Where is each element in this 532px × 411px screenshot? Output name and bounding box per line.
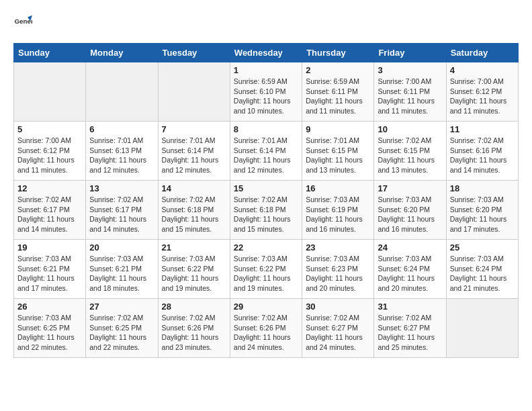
calendar-cell: 17Sunrise: 7:03 AMSunset: 6:20 PMDayligh… [374, 181, 446, 240]
calendar-cell: 24Sunrise: 7:03 AMSunset: 6:24 PMDayligh… [374, 240, 446, 299]
day-info: Sunrise: 7:02 AMSunset: 6:25 PMDaylight:… [89, 313, 154, 353]
calendar-cell: 28Sunrise: 7:02 AMSunset: 6:26 PMDayligh… [158, 299, 230, 358]
day-info: Sunrise: 7:01 AMSunset: 6:14 PMDaylight:… [234, 136, 298, 175]
calendar-cell: 20Sunrise: 7:03 AMSunset: 6:21 PMDayligh… [86, 240, 158, 299]
calendar-cell: 3Sunrise: 7:00 AMSunset: 6:11 PMDaylight… [374, 62, 446, 122]
day-info: Sunrise: 6:59 AMSunset: 6:11 PMDaylight:… [306, 77, 370, 116]
page-header: General [13, 13, 519, 32]
calendar-cell: 15Sunrise: 7:02 AMSunset: 6:18 PMDayligh… [230, 181, 302, 240]
day-number: 7 [162, 124, 226, 134]
calendar-table: SundayMondayTuesdayWednesdayThursdayFrid… [13, 43, 519, 358]
calendar-week-row: 26Sunrise: 7:03 AMSunset: 6:25 PMDayligh… [14, 299, 519, 358]
calendar-cell: 11Sunrise: 7:02 AMSunset: 6:16 PMDayligh… [446, 122, 518, 181]
calendar-cell: 29Sunrise: 7:02 AMSunset: 6:26 PMDayligh… [230, 299, 302, 358]
calendar-cell: 5Sunrise: 7:00 AMSunset: 6:12 PMDaylight… [14, 122, 86, 181]
weekday-header: Thursday [302, 44, 374, 62]
calendar-cell: 18Sunrise: 7:03 AMSunset: 6:20 PMDayligh… [446, 181, 518, 240]
calendar-week-row: 5Sunrise: 7:00 AMSunset: 6:12 PMDaylight… [14, 122, 519, 181]
day-info: Sunrise: 7:03 AMSunset: 6:20 PMDaylight:… [378, 195, 442, 234]
day-number: 16 [306, 183, 370, 193]
day-info: Sunrise: 7:03 AMSunset: 6:20 PMDaylight:… [450, 195, 515, 234]
day-number: 20 [89, 242, 154, 253]
calendar-cell: 23Sunrise: 7:03 AMSunset: 6:23 PMDayligh… [302, 240, 374, 299]
day-number: 23 [306, 242, 370, 253]
day-number: 13 [89, 183, 154, 193]
calendar-cell: 27Sunrise: 7:02 AMSunset: 6:25 PMDayligh… [86, 299, 158, 358]
calendar-cell [14, 62, 86, 122]
day-number: 30 [306, 302, 370, 312]
calendar-cell: 13Sunrise: 7:02 AMSunset: 6:17 PMDayligh… [86, 181, 158, 240]
day-number: 22 [234, 242, 298, 253]
calendar-cell: 21Sunrise: 7:03 AMSunset: 6:22 PMDayligh… [158, 240, 230, 299]
day-number: 9 [306, 124, 370, 134]
day-info: Sunrise: 7:03 AMSunset: 6:25 PMDaylight:… [17, 313, 82, 353]
calendar-cell: 14Sunrise: 7:02 AMSunset: 6:18 PMDayligh… [158, 181, 230, 240]
day-info: Sunrise: 7:01 AMSunset: 6:14 PMDaylight:… [162, 136, 226, 175]
day-info: Sunrise: 7:02 AMSunset: 6:26 PMDaylight:… [162, 313, 226, 353]
day-number: 18 [450, 183, 515, 193]
day-info: Sunrise: 7:02 AMSunset: 6:18 PMDaylight:… [162, 195, 226, 234]
day-info: Sunrise: 7:03 AMSunset: 6:24 PMDaylight:… [450, 254, 515, 293]
day-info: Sunrise: 7:03 AMSunset: 6:21 PMDaylight:… [89, 254, 154, 293]
day-info: Sunrise: 7:03 AMSunset: 6:23 PMDaylight:… [306, 254, 370, 293]
day-info: Sunrise: 7:00 AMSunset: 6:11 PMDaylight:… [378, 77, 442, 116]
calendar-cell: 26Sunrise: 7:03 AMSunset: 6:25 PMDayligh… [14, 299, 86, 358]
day-info: Sunrise: 7:01 AMSunset: 6:13 PMDaylight:… [89, 136, 154, 175]
day-info: Sunrise: 7:03 AMSunset: 6:24 PMDaylight:… [378, 254, 442, 293]
day-number: 24 [378, 242, 442, 253]
day-number: 3 [378, 65, 442, 75]
day-info: Sunrise: 7:02 AMSunset: 6:15 PMDaylight:… [378, 136, 442, 175]
day-info: Sunrise: 7:02 AMSunset: 6:27 PMDaylight:… [306, 313, 370, 353]
calendar-cell [158, 62, 230, 122]
day-info: Sunrise: 7:02 AMSunset: 6:17 PMDaylight:… [89, 195, 154, 234]
day-number: 25 [450, 242, 515, 253]
day-number: 27 [89, 302, 154, 312]
calendar-cell: 2Sunrise: 6:59 AMSunset: 6:11 PMDaylight… [302, 62, 374, 122]
calendar-cell: 16Sunrise: 7:03 AMSunset: 6:19 PMDayligh… [302, 181, 374, 240]
calendar-cell: 9Sunrise: 7:01 AMSunset: 6:15 PMDaylight… [302, 122, 374, 181]
calendar-cell: 7Sunrise: 7:01 AMSunset: 6:14 PMDaylight… [158, 122, 230, 181]
day-info: Sunrise: 7:03 AMSunset: 6:21 PMDaylight:… [17, 254, 82, 293]
calendar-week-row: 12Sunrise: 7:02 AMSunset: 6:17 PMDayligh… [14, 181, 519, 240]
calendar-week-row: 1Sunrise: 6:59 AMSunset: 6:10 PMDaylight… [14, 62, 519, 122]
day-info: Sunrise: 7:02 AMSunset: 6:16 PMDaylight:… [450, 136, 515, 175]
day-number: 5 [17, 124, 82, 134]
calendar-week-row: 19Sunrise: 7:03 AMSunset: 6:21 PMDayligh… [14, 240, 519, 299]
day-number: 10 [378, 124, 442, 134]
day-info: Sunrise: 7:03 AMSunset: 6:22 PMDaylight:… [162, 254, 226, 293]
calendar-cell: 30Sunrise: 7:02 AMSunset: 6:27 PMDayligh… [302, 299, 374, 358]
day-number: 29 [234, 302, 298, 312]
day-number: 28 [162, 302, 226, 312]
weekday-row: SundayMondayTuesdayWednesdayThursdayFrid… [14, 44, 519, 62]
calendar-cell: 19Sunrise: 7:03 AMSunset: 6:21 PMDayligh… [14, 240, 86, 299]
day-info: Sunrise: 6:59 AMSunset: 6:10 PMDaylight:… [234, 77, 298, 116]
logo: General [13, 13, 35, 32]
day-info: Sunrise: 7:02 AMSunset: 6:27 PMDaylight:… [378, 313, 442, 353]
day-info: Sunrise: 7:01 AMSunset: 6:15 PMDaylight:… [306, 136, 370, 175]
day-number: 11 [450, 124, 515, 134]
day-number: 6 [89, 124, 154, 134]
day-info: Sunrise: 7:00 AMSunset: 6:12 PMDaylight:… [450, 77, 515, 116]
day-number: 14 [162, 183, 226, 193]
calendar-cell [446, 299, 518, 358]
day-info: Sunrise: 7:03 AMSunset: 6:19 PMDaylight:… [306, 195, 370, 234]
day-number: 2 [306, 65, 370, 75]
weekday-header: Monday [86, 44, 158, 62]
day-info: Sunrise: 7:00 AMSunset: 6:12 PMDaylight:… [17, 136, 82, 175]
calendar-cell: 1Sunrise: 6:59 AMSunset: 6:10 PMDaylight… [230, 62, 302, 122]
day-number: 1 [234, 65, 298, 75]
calendar-cell: 25Sunrise: 7:03 AMSunset: 6:24 PMDayligh… [446, 240, 518, 299]
day-info: Sunrise: 7:02 AMSunset: 6:17 PMDaylight:… [17, 195, 82, 234]
day-info: Sunrise: 7:02 AMSunset: 6:18 PMDaylight:… [234, 195, 298, 234]
day-number: 17 [378, 183, 442, 193]
calendar-cell: 12Sunrise: 7:02 AMSunset: 6:17 PMDayligh… [14, 181, 86, 240]
calendar-cell: 8Sunrise: 7:01 AMSunset: 6:14 PMDaylight… [230, 122, 302, 181]
day-number: 19 [17, 242, 82, 253]
calendar-cell: 6Sunrise: 7:01 AMSunset: 6:13 PMDaylight… [86, 122, 158, 181]
calendar-cell: 22Sunrise: 7:03 AMSunset: 6:22 PMDayligh… [230, 240, 302, 299]
weekday-header: Sunday [14, 44, 86, 62]
day-number: 31 [378, 302, 442, 312]
day-info: Sunrise: 7:03 AMSunset: 6:22 PMDaylight:… [234, 254, 298, 293]
weekday-header: Tuesday [158, 44, 230, 62]
calendar-body: 1Sunrise: 6:59 AMSunset: 6:10 PMDaylight… [14, 62, 519, 358]
